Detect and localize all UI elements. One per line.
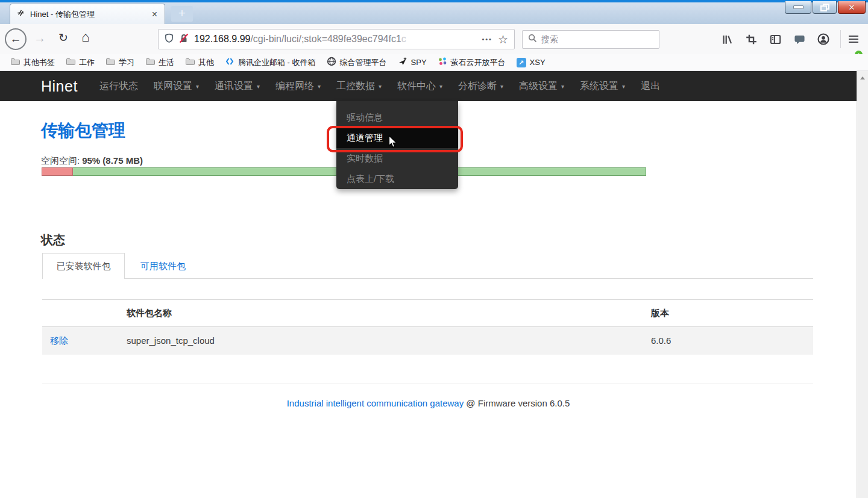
page-title: 传输包管理 xyxy=(41,119,125,142)
scroll-up-arrow[interactable] xyxy=(860,76,865,79)
chevron-down-icon: ▾ xyxy=(318,83,321,90)
bookmark-label: SPY xyxy=(411,58,427,67)
window-controls: ✕ xyxy=(785,1,866,14)
menu-button[interactable] xyxy=(845,31,862,48)
nav-item-running-status[interactable]: 运行状态 xyxy=(99,80,138,93)
screenshot-button[interactable] xyxy=(743,31,760,48)
chevron-down-icon: ▾ xyxy=(379,83,382,90)
nav-item-diagnostics[interactable]: 分析诊断▾ xyxy=(458,80,503,93)
folder-icon xyxy=(185,57,195,67)
column-header-version: 版本 xyxy=(651,300,669,326)
menu-item-point-table[interactable]: 点表上/下载 xyxy=(336,169,458,189)
bookmark-label: XSY xyxy=(530,58,546,67)
free-space-label: 空闲空间: xyxy=(41,155,80,166)
tab-title: Hinet - 传输包管理 xyxy=(30,9,151,20)
free-space-value: 95% (8.75 MB) xyxy=(82,155,143,166)
url-host: 192.168.9.99 xyxy=(194,34,250,44)
shield-icon[interactable] xyxy=(165,33,174,46)
tencent-mail-icon xyxy=(225,57,234,68)
footer-link[interactable]: Industrial intelligent communication gat… xyxy=(287,398,464,408)
folder-icon xyxy=(10,57,20,67)
table-header: 软件包名称 版本 xyxy=(42,299,813,327)
chevron-down-icon: ▾ xyxy=(561,83,564,90)
reload-button[interactable]: ↻ xyxy=(58,31,68,45)
remove-link[interactable]: 移除 xyxy=(50,327,68,355)
bookmark-item[interactable]: 萤石云开放平台 xyxy=(433,57,510,68)
bookmark-label: 萤石云开放平台 xyxy=(451,57,506,68)
bookmark-folder[interactable]: 其他 xyxy=(181,57,218,68)
window-titlebar: Hinet - 传输包管理 × + ✕ xyxy=(0,0,868,24)
tab-installed-packages[interactable]: 已安装软件包 xyxy=(42,253,125,279)
bookmarks-bar: 其他书签 工作 学习 生活 其他 腾讯企业邮箱 - 收件箱 综合管理平台 SP xyxy=(0,54,868,71)
bookmark-label: 学习 xyxy=(119,57,134,68)
menu-item-driver-info[interactable]: 驱动信息 xyxy=(336,107,458,128)
package-version: 6.0.6 xyxy=(651,327,671,355)
back-button[interactable]: ← xyxy=(5,28,27,50)
close-icon: ✕ xyxy=(849,3,855,12)
account-button[interactable] xyxy=(815,31,832,48)
bookmark-label: 腾讯企业邮箱 - 收件箱 xyxy=(238,57,316,68)
search-icon xyxy=(528,34,537,45)
column-header-name: 软件包名称 xyxy=(127,300,172,326)
app-logo[interactable]: Hinet xyxy=(41,78,78,95)
bookmark-label: 其他书签 xyxy=(24,57,55,68)
restore-button[interactable] xyxy=(813,1,837,14)
nav-item-comm-settings[interactable]: 通讯设置▾ xyxy=(215,80,260,93)
new-tab-button[interactable]: + xyxy=(171,6,193,22)
close-window-button[interactable]: ✕ xyxy=(838,1,866,14)
nav-item-network-settings[interactable]: 联网设置▾ xyxy=(154,80,199,93)
footer-divider xyxy=(42,384,813,384)
chevron-down-icon: ▾ xyxy=(622,83,625,90)
nav-item-software-center[interactable]: 软件中心▾ xyxy=(397,80,442,93)
footer-text: @ Firmware version 6.0.5 xyxy=(464,398,570,408)
nav-item-logout[interactable]: 退出 xyxy=(641,80,660,93)
status-heading: 状态 xyxy=(41,232,65,248)
bookmark-item[interactable]: 腾讯企业邮箱 - 收件箱 xyxy=(221,57,320,68)
bookmark-label: 综合管理平台 xyxy=(340,57,387,68)
url-text[interactable]: 192.168.9.99/cgi-bin/luci/;stok=489fe39e… xyxy=(194,34,406,45)
bookmark-label: 其他 xyxy=(198,57,214,68)
bookmark-folder[interactable]: 其他书签 xyxy=(6,57,59,68)
bookmark-folder[interactable]: 生活 xyxy=(141,57,178,68)
tab-close-icon[interactable]: × xyxy=(151,10,159,19)
search-placeholder: 搜索 xyxy=(541,34,558,45)
nav-item-programming-network[interactable]: 编程网络▾ xyxy=(275,80,321,93)
minimize-icon xyxy=(793,5,804,9)
titlebar-accent xyxy=(0,0,868,2)
folder-icon xyxy=(105,57,115,67)
url-bar[interactable]: 192.168.9.99/cgi-bin/luci/;stok=489fe39e… xyxy=(158,29,515,49)
bookmark-label: 工作 xyxy=(79,57,95,68)
nav-item-advanced-settings[interactable]: 高级设置▾ xyxy=(519,80,564,93)
browser-tab[interactable]: Hinet - 传输包管理 × xyxy=(10,4,165,24)
xsy-icon: ↗ xyxy=(517,58,526,67)
bookmark-star-icon[interactable]: ☆ xyxy=(498,33,508,46)
progress-used-segment xyxy=(42,167,73,176)
url-path: /cgi-bin/luci/;stok=489fe39ec794fc1 xyxy=(250,34,401,44)
bookmark-folder[interactable]: 工作 xyxy=(61,57,99,68)
screen: Hinet - 传输包管理 × + ✕ ← → ↻ ⌂ 192.168.9.99… xyxy=(0,0,868,498)
globe-icon xyxy=(327,57,336,68)
package-name: super_json_tcp_cloud xyxy=(127,327,215,355)
bookmark-folder[interactable]: 学习 xyxy=(101,57,139,68)
bookmark-item[interactable]: SPY xyxy=(394,57,431,68)
chevron-down-icon: ▾ xyxy=(196,83,199,90)
page-actions-icon[interactable]: ••• xyxy=(482,36,492,43)
minimize-button[interactable] xyxy=(785,1,811,14)
chevron-down-icon: ▾ xyxy=(439,83,442,90)
insecure-lock-icon[interactable] xyxy=(179,33,189,46)
bookmark-item[interactable]: ↗ XSY xyxy=(512,58,550,67)
search-input[interactable]: 搜索 xyxy=(522,30,659,49)
url-path-fade: c xyxy=(401,34,406,44)
sidebar-button[interactable] xyxy=(767,31,784,48)
mouse-cursor xyxy=(387,135,398,151)
forward-button[interactable]: → xyxy=(34,31,46,45)
library-button[interactable] xyxy=(719,31,735,48)
pocket-bubble-button[interactable] xyxy=(791,31,808,48)
bookmark-item[interactable]: 综合管理平台 xyxy=(322,57,391,68)
nav-item-industrial-data[interactable]: 工控数据▾ xyxy=(336,80,382,93)
home-button[interactable]: ⌂ xyxy=(81,29,90,45)
page-scrollbar[interactable] xyxy=(857,71,868,498)
tab-available-packages[interactable]: 可用软件包 xyxy=(140,253,186,279)
folder-icon xyxy=(66,57,75,67)
nav-item-system-settings[interactable]: 系统设置▾ xyxy=(580,80,625,93)
